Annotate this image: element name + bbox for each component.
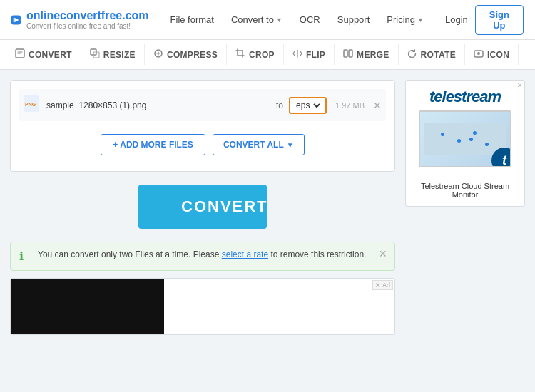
to-label: to: [276, 100, 283, 110]
ad-dark-section: [11, 279, 164, 334]
svg-text:PNG: PNG: [25, 102, 36, 107]
info-text: You can convert only two Files at a time…: [38, 249, 366, 259]
format-select-wrapper[interactable]: eps png jpg svg pdf: [289, 97, 327, 114]
signup-button[interactable]: Sign Up: [475, 5, 524, 35]
flip-tool-icon: [292, 48, 302, 61]
screen-map: [424, 123, 505, 155]
header: onlineconvertfree.com Convert files onli…: [0, 0, 535, 40]
convert-button-wrapper: CONVERT: [10, 179, 395, 234]
toolbar-resize[interactable]: RESIZE: [81, 44, 145, 65]
svg-rect-2: [13, 17, 14, 21]
svg-rect-7: [344, 50, 347, 57]
nav-convert-to[interactable]: Convert to▼: [224, 10, 290, 29]
file-type-icon: PNG: [24, 95, 41, 115]
toolbar-compress[interactable]: COMPRESS: [145, 44, 227, 65]
toolbar-convert[interactable]: CONVERT: [6, 44, 81, 65]
map-dot: [457, 139, 461, 143]
logo-area: onlineconvertfree.com Convert files onli…: [11, 9, 149, 31]
ad-inner: [11, 279, 394, 334]
chevron-down-icon: ▼: [287, 141, 294, 149]
toolbar-flip[interactable]: FLIP: [284, 44, 335, 65]
left-panel: PNG sample_1280×853 (1).png to eps png j…: [10, 80, 395, 335]
ad-close-badge[interactable]: ✕: [517, 82, 523, 89]
right-ad: ✕ telestream t Telestream: [405, 80, 525, 207]
crop-tool-icon: [235, 48, 245, 61]
select-rate-link[interactable]: select a rate: [222, 249, 268, 259]
logo-subtitle: Convert files online free and fast!: [26, 22, 149, 30]
map-dot: [441, 133, 444, 136]
info-icon: ℹ: [19, 249, 32, 263]
toolbar: CONVERT RESIZE COMPRESS CROP FLIP MERGE: [0, 40, 535, 70]
convert-all-button[interactable]: CONVERT ALL ▼: [213, 134, 305, 155]
map-dot: [469, 138, 473, 141]
rotate-tool-icon: [407, 48, 417, 61]
toolbar-icon[interactable]: ICON: [465, 44, 519, 65]
map-dots: [424, 123, 505, 155]
merge-tool-icon: [343, 48, 353, 61]
nav-ocr[interactable]: OCR: [292, 10, 327, 29]
svg-point-11: [477, 52, 480, 55]
nav-file-format[interactable]: File format: [163, 10, 221, 29]
telestream-screen-graphic: t: [419, 110, 511, 167]
info-close-button[interactable]: ✕: [379, 248, 387, 259]
file-panel: PNG sample_1280×853 (1).png to eps png j…: [10, 80, 395, 172]
nav-pricing[interactable]: Pricing▼: [379, 10, 431, 29]
toolbar-rotate[interactable]: ROTATE: [399, 44, 465, 65]
file-row: PNG sample_1280×853 (1).png to eps png j…: [19, 89, 386, 121]
telestream-logo: telestream: [429, 88, 501, 106]
bottom-ad: ✕ Ad: [10, 278, 395, 335]
file-size: 1.97 MB: [335, 101, 365, 110]
svg-rect-8: [349, 50, 352, 57]
login-button[interactable]: Login: [445, 14, 468, 25]
chevron-down-icon: ▼: [417, 16, 424, 24]
convert-main-button[interactable]: CONVERT: [138, 185, 267, 229]
convert-tool-icon: [15, 48, 25, 61]
ad-badge: ✕ Ad: [372, 280, 393, 290]
file-remove-button[interactable]: ✕: [373, 100, 382, 111]
file-name: sample_1280×853 (1).png: [46, 100, 270, 110]
main-container: PNG sample_1280×853 (1).png to eps png j…: [0, 70, 535, 345]
info-bar: ℹ You can convert only two Files at a ti…: [10, 242, 395, 271]
telestream-description: Telestream Cloud Stream Monitor: [412, 182, 519, 199]
header-actions: Login Sign Up: [445, 5, 524, 35]
map-dot: [473, 131, 477, 135]
logo-text-group: onlineconvertfree.com Convert files onli…: [26, 9, 149, 30]
icon-tool-icon: [474, 48, 484, 61]
right-panel: ✕ telestream t Telestream: [405, 80, 525, 335]
nav-support[interactable]: Support: [330, 10, 377, 29]
main-nav: File format Convert to▼ OCR Support Pric…: [163, 10, 431, 29]
add-files-button[interactable]: + ADD MORE FILES: [101, 134, 205, 155]
chevron-down-icon: ▼: [276, 16, 282, 24]
logo-title: onlineconvertfree.com: [26, 9, 149, 22]
compress-tool-icon: [153, 48, 163, 61]
resize-tool-icon: [90, 48, 100, 61]
toolbar-crop[interactable]: CROP: [227, 44, 284, 65]
format-select[interactable]: eps png jpg svg pdf: [293, 100, 322, 111]
actions-row: + ADD MORE FILES CONVERT ALL ▼: [19, 121, 386, 163]
logo-icon: [11, 9, 21, 31]
map-dot: [485, 143, 489, 146]
toolbar-merge[interactable]: MERGE: [335, 44, 399, 65]
